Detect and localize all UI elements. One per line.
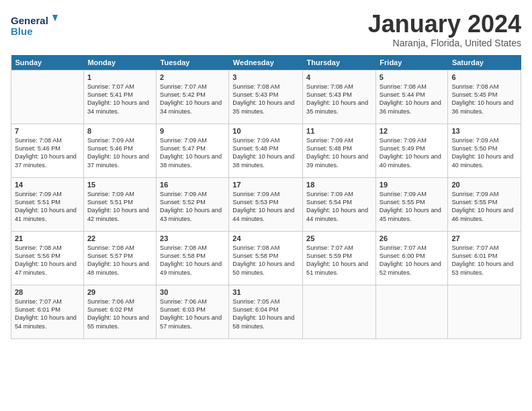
date-number: 3 bbox=[232, 73, 299, 81]
cell-0-5: 5 Sunrise: 7:08 AMSunset: 5:44 PMDayligh… bbox=[375, 70, 448, 124]
date-number: 2 bbox=[160, 73, 225, 81]
cell-0-2: 2 Sunrise: 7:07 AMSunset: 5:42 PMDayligh… bbox=[157, 70, 229, 124]
cell-info: Sunrise: 7:08 AMSunset: 5:58 PMDaylight:… bbox=[232, 244, 294, 276]
cell-info: Sunrise: 7:06 AMSunset: 6:02 PMDaylight:… bbox=[87, 298, 149, 330]
date-number: 5 bbox=[380, 73, 445, 81]
title-area: January 2024 Naranja, Florida, United St… bbox=[368, 11, 521, 48]
cell-info: Sunrise: 7:07 AMSunset: 5:42 PMDaylight:… bbox=[160, 83, 222, 115]
date-number: 16 bbox=[160, 181, 225, 189]
col-sunday: Sunday bbox=[11, 55, 84, 71]
date-number: 9 bbox=[160, 127, 225, 135]
cell-2-4: 18 Sunrise: 7:09 AMSunset: 5:54 PMDaylig… bbox=[303, 177, 376, 231]
cell-4-2: 30 Sunrise: 7:06 AMSunset: 6:03 PMDaylig… bbox=[157, 285, 229, 338]
cell-4-0: 28 Sunrise: 7:07 AMSunset: 6:01 PMDaylig… bbox=[11, 285, 84, 338]
cell-3-1: 22 Sunrise: 7:08 AMSunset: 5:57 PMDaylig… bbox=[83, 231, 156, 285]
date-number: 1 bbox=[87, 73, 152, 81]
cell-1-4: 11 Sunrise: 7:09 AMSunset: 5:48 PMDaylig… bbox=[303, 124, 376, 177]
date-number: 6 bbox=[451, 73, 517, 81]
cell-info: Sunrise: 7:08 AMSunset: 5:56 PMDaylight:… bbox=[15, 244, 77, 276]
cell-2-3: 17 Sunrise: 7:09 AMSunset: 5:53 PMDaylig… bbox=[229, 177, 303, 231]
cell-info: Sunrise: 7:08 AMSunset: 5:45 PMDaylight:… bbox=[451, 83, 513, 115]
cell-0-0 bbox=[11, 70, 84, 124]
cell-4-6 bbox=[448, 285, 521, 338]
date-number: 15 bbox=[87, 181, 152, 189]
col-tuesday: Tuesday bbox=[157, 55, 229, 71]
col-wednesday: Wednesday bbox=[229, 55, 303, 71]
cell-3-5: 26 Sunrise: 7:07 AMSunset: 6:00 PMDaylig… bbox=[375, 231, 448, 285]
cell-3-6: 27 Sunrise: 7:07 AMSunset: 6:01 PMDaylig… bbox=[448, 231, 521, 285]
cell-1-2: 9 Sunrise: 7:09 AMSunset: 5:47 PMDayligh… bbox=[157, 124, 229, 177]
cell-info: Sunrise: 7:08 AMSunset: 5:44 PMDaylight:… bbox=[380, 83, 441, 115]
week-row-5: 28 Sunrise: 7:07 AMSunset: 6:01 PMDaylig… bbox=[11, 285, 521, 338]
month-title: January 2024 bbox=[368, 11, 521, 38]
cell-3-4: 25 Sunrise: 7:07 AMSunset: 5:59 PMDaylig… bbox=[303, 231, 376, 285]
svg-text:General: General bbox=[11, 15, 48, 26]
cell-info: Sunrise: 7:08 AMSunset: 5:57 PMDaylight:… bbox=[87, 244, 149, 276]
cell-info: Sunrise: 7:09 AMSunset: 5:54 PMDaylight:… bbox=[306, 191, 368, 222]
cell-info: Sunrise: 7:09 AMSunset: 5:50 PMDaylight:… bbox=[451, 137, 513, 169]
cell-0-4: 4 Sunrise: 7:08 AMSunset: 5:43 PMDayligh… bbox=[303, 70, 376, 124]
calendar-container: General Blue January 2024 Naranja, Flori… bbox=[0, 0, 532, 346]
cell-3-3: 24 Sunrise: 7:08 AMSunset: 5:58 PMDaylig… bbox=[229, 231, 303, 285]
date-number: 11 bbox=[306, 127, 372, 135]
logo: General Blue bbox=[11, 11, 58, 40]
cell-1-6: 13 Sunrise: 7:09 AMSunset: 5:50 PMDaylig… bbox=[448, 124, 521, 177]
cell-info: Sunrise: 7:09 AMSunset: 5:55 PMDaylight:… bbox=[451, 191, 513, 222]
cell-3-2: 23 Sunrise: 7:08 AMSunset: 5:58 PMDaylig… bbox=[157, 231, 229, 285]
cell-info: Sunrise: 7:07 AMSunset: 6:00 PMDaylight:… bbox=[380, 244, 441, 276]
cell-2-2: 16 Sunrise: 7:09 AMSunset: 5:52 PMDaylig… bbox=[157, 177, 229, 231]
date-number: 13 bbox=[451, 127, 517, 135]
date-number: 25 bbox=[306, 234, 372, 242]
date-number: 24 bbox=[232, 234, 299, 242]
cell-2-0: 14 Sunrise: 7:09 AMSunset: 5:51 PMDaylig… bbox=[11, 177, 84, 231]
header-row: Sunday Monday Tuesday Wednesday Thursday… bbox=[11, 55, 521, 71]
cell-info: Sunrise: 7:09 AMSunset: 5:49 PMDaylight:… bbox=[380, 137, 441, 169]
cell-info: Sunrise: 7:07 AMSunset: 5:41 PMDaylight:… bbox=[87, 83, 149, 115]
date-number: 18 bbox=[306, 181, 372, 189]
date-number: 26 bbox=[380, 234, 445, 242]
date-number: 8 bbox=[87, 127, 152, 135]
cell-1-1: 8 Sunrise: 7:09 AMSunset: 5:46 PMDayligh… bbox=[83, 124, 156, 177]
cell-info: Sunrise: 7:07 AMSunset: 6:01 PMDaylight:… bbox=[15, 298, 77, 330]
calendar-table: Sunday Monday Tuesday Wednesday Thursday… bbox=[11, 55, 521, 339]
cell-info: Sunrise: 7:08 AMSunset: 5:46 PMDaylight:… bbox=[15, 137, 77, 169]
col-saturday: Saturday bbox=[448, 55, 521, 71]
date-number: 30 bbox=[160, 288, 225, 296]
col-monday: Monday bbox=[83, 55, 156, 71]
cell-2-5: 19 Sunrise: 7:09 AMSunset: 5:55 PMDaylig… bbox=[375, 177, 448, 231]
date-number: 29 bbox=[87, 288, 152, 296]
cell-info: Sunrise: 7:09 AMSunset: 5:46 PMDaylight:… bbox=[87, 137, 149, 169]
svg-text:Blue: Blue bbox=[11, 26, 33, 37]
date-number: 28 bbox=[15, 288, 80, 296]
week-row-1: 1 Sunrise: 7:07 AMSunset: 5:41 PMDayligh… bbox=[11, 70, 521, 124]
header-area: General Blue January 2024 Naranja, Flori… bbox=[11, 11, 521, 48]
cell-2-6: 20 Sunrise: 7:09 AMSunset: 5:55 PMDaylig… bbox=[448, 177, 521, 231]
cell-info: Sunrise: 7:09 AMSunset: 5:55 PMDaylight:… bbox=[380, 191, 441, 222]
logo-svg: General Blue bbox=[11, 11, 58, 40]
location-title: Naranja, Florida, United States bbox=[368, 38, 521, 48]
date-number: 27 bbox=[451, 234, 517, 242]
date-number: 12 bbox=[380, 127, 445, 135]
cell-info: Sunrise: 7:08 AMSunset: 5:58 PMDaylight:… bbox=[160, 244, 222, 276]
cell-3-0: 21 Sunrise: 7:08 AMSunset: 5:56 PMDaylig… bbox=[11, 231, 84, 285]
cell-info: Sunrise: 7:06 AMSunset: 6:03 PMDaylight:… bbox=[160, 298, 222, 330]
cell-info: Sunrise: 7:08 AMSunset: 5:43 PMDaylight:… bbox=[306, 83, 368, 115]
week-row-4: 21 Sunrise: 7:08 AMSunset: 5:56 PMDaylig… bbox=[11, 231, 521, 285]
cell-4-1: 29 Sunrise: 7:06 AMSunset: 6:02 PMDaylig… bbox=[83, 285, 156, 338]
cell-4-4 bbox=[303, 285, 376, 338]
date-number: 20 bbox=[451, 181, 517, 189]
cell-1-0: 7 Sunrise: 7:08 AMSunset: 5:46 PMDayligh… bbox=[11, 124, 84, 177]
cell-info: Sunrise: 7:05 AMSunset: 6:04 PMDaylight:… bbox=[232, 298, 294, 330]
svg-marker-2 bbox=[52, 15, 58, 21]
date-number: 4 bbox=[306, 73, 372, 81]
cell-info: Sunrise: 7:09 AMSunset: 5:52 PMDaylight:… bbox=[160, 191, 222, 222]
date-number: 14 bbox=[15, 181, 80, 189]
week-row-2: 7 Sunrise: 7:08 AMSunset: 5:46 PMDayligh… bbox=[11, 124, 521, 177]
cell-info: Sunrise: 7:07 AMSunset: 6:01 PMDaylight:… bbox=[451, 244, 513, 276]
week-row-3: 14 Sunrise: 7:09 AMSunset: 5:51 PMDaylig… bbox=[11, 177, 521, 231]
date-number: 31 bbox=[232, 288, 299, 296]
col-friday: Friday bbox=[375, 55, 448, 71]
date-number: 21 bbox=[15, 234, 80, 242]
cell-info: Sunrise: 7:08 AMSunset: 5:43 PMDaylight:… bbox=[232, 83, 294, 115]
cell-info: Sunrise: 7:07 AMSunset: 5:59 PMDaylight:… bbox=[306, 244, 368, 276]
